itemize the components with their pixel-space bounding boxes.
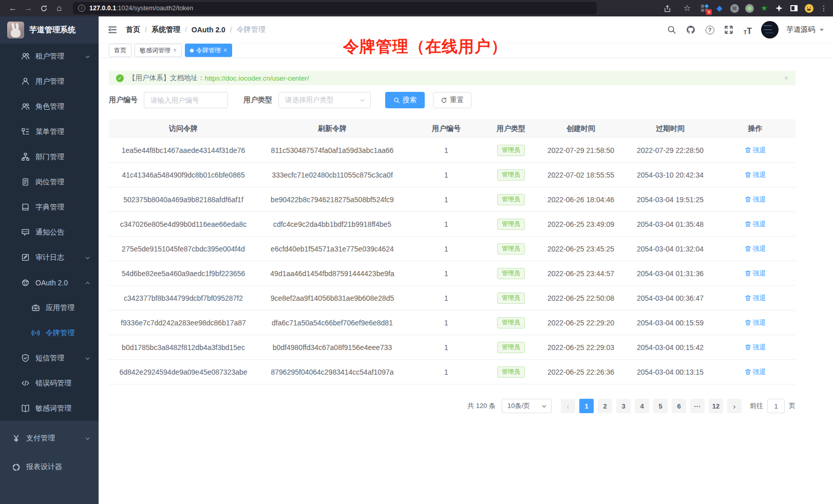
page-button-12[interactable]: 12 [709, 399, 723, 413]
app-title: 芋道管理系统 [29, 25, 75, 35]
trash-icon [745, 369, 751, 375]
tab-token[interactable]: 令牌管理 × [185, 44, 232, 57]
app-logo-row[interactable]: 芋道管理系统 [0, 16, 99, 44]
close-icon[interactable]: × [173, 47, 177, 54]
page-button-5[interactable]: 5 [653, 399, 668, 413]
sidebar-item-dict[interactable]: 字典管理 [0, 195, 99, 220]
goto-page-input[interactable] [767, 399, 785, 413]
action-cell: 强退 [715, 269, 796, 278]
chevron-down-icon [85, 255, 90, 261]
chevron-down-icon[interactable] [820, 29, 824, 31]
force-logout-button[interactable]: 强退 [745, 195, 766, 204]
page-button-3[interactable]: 3 [616, 399, 631, 413]
more-pages-button[interactable]: ··· [690, 399, 705, 413]
briefcase-icon [31, 303, 40, 313]
page-button-4[interactable]: 4 [635, 399, 649, 413]
page-button-2[interactable]: 2 [598, 399, 612, 413]
expire-time-cell: 2054-03-04 00:36:47 [626, 294, 715, 302]
bookmark-star-icon[interactable]: ☆ [679, 4, 695, 12]
alert-doc-link[interactable]: https://doc.iocoder.cn/user-center/ [205, 74, 309, 82]
force-logout-button[interactable]: 强退 [745, 170, 766, 180]
sidebar-item-menu[interactable]: 菜单管理 [0, 119, 99, 144]
page-button-1[interactable]: 1 [579, 399, 594, 413]
sidebar-item-sms[interactable]: 短信管理 [0, 345, 99, 371]
table-row: c342377bf8b344799dcbf7bf095287f29ce8ef2a… [109, 286, 796, 311]
sidebar-item-report-designer[interactable]: 报表设计器 [0, 453, 99, 481]
browser-forward-icon[interactable]: → [21, 4, 36, 12]
force-logout-button[interactable]: 强退 [745, 269, 766, 278]
force-logout-button[interactable]: 强退 [745, 367, 766, 377]
refresh-icon [441, 97, 447, 104]
breadcrumb-home[interactable]: 首页 [126, 25, 140, 34]
sidebar-item-post[interactable]: 岗位管理 [0, 169, 99, 195]
info-icon[interactable]: i [78, 5, 85, 12]
github-icon[interactable] [685, 24, 696, 35]
help-icon[interactable]: ? [704, 24, 715, 35]
share-icon[interactable] [659, 5, 675, 12]
force-logout-button[interactable]: 强退 [745, 146, 766, 155]
extension-gem-icon[interactable]: ◆ [714, 3, 725, 13]
page-size-select[interactable]: 10条/页 [502, 399, 552, 413]
breadcrumb-oauth2[interactable]: OAuth 2.0 [192, 26, 225, 34]
sidebar-item-notice[interactable]: 通知公告 [0, 220, 99, 245]
action-cell: 强退 [715, 146, 796, 155]
alert-close-icon[interactable]: × [784, 74, 788, 82]
url-bar[interactable]: i 127.0.0.1:1024/system/oauth2/token [73, 2, 597, 14]
fullscreen-icon[interactable] [723, 24, 734, 35]
yen-icon [11, 434, 21, 443]
sidebar-item-dept[interactable]: 部门管理 [0, 144, 99, 169]
tab-home[interactable]: 首页 [109, 44, 131, 57]
sidebar-item-audit-log[interactable]: 审计日志 [0, 245, 99, 270]
sidebar-item-oauth2-app[interactable]: 应用管理 [0, 295, 99, 320]
chevron-down-icon [85, 436, 90, 441]
search-button[interactable]: 搜索 [385, 92, 425, 108]
extension-pinwheel-icon[interactable] [774, 3, 784, 13]
browser-reload-icon[interactable] [36, 5, 51, 12]
force-logout-button[interactable]: 强退 [745, 220, 766, 229]
sidebar-item-role[interactable]: 角色管理 [0, 94, 99, 119]
extension-star-icon[interactable]: ★ [759, 3, 769, 13]
extension-command-icon[interactable]: ⌘ [729, 3, 740, 13]
user-id-label: 用户编号 [109, 95, 138, 105]
sidebar-item-sensitive-word[interactable]: 敏感词管理 [0, 396, 99, 421]
profile-avatar-icon[interactable] [804, 3, 814, 13]
refresh-token-cell: 49d1aa46d1454fbd87591444423be9fa [258, 269, 407, 278]
force-logout-button[interactable]: 强退 [745, 244, 766, 254]
browser-home-icon[interactable]: ⌂ [51, 4, 67, 12]
sidebar-collapse-icon[interactable] [107, 25, 118, 35]
browser-back-icon[interactable]: ← [5, 4, 21, 12]
tab-sensitive-word[interactable]: 敏感词管理 × [135, 44, 182, 57]
force-logout-button[interactable]: 强退 [745, 343, 766, 352]
next-page-button[interactable]: › [727, 399, 742, 413]
user-type-select[interactable]: 请选择用户类型 [278, 92, 371, 108]
font-size-icon[interactable]: TT [742, 24, 753, 35]
force-logout-button[interactable]: 强退 [745, 318, 766, 327]
sidebar-item-error-code[interactable]: 错误码管理 [0, 371, 99, 396]
sidebar-item-user[interactable]: 用户管理 [0, 69, 99, 94]
user-name[interactable]: 芋道源码 [786, 25, 815, 34]
oauth-icon [21, 278, 30, 287]
sidebar-item-oauth2[interactable]: OAuth 2.0 [0, 270, 99, 295]
user-type-badge: 管理员 [497, 169, 525, 181]
reset-button[interactable]: 重置 [433, 92, 471, 108]
sidebar-item-tenant[interactable]: 租户管理 [0, 44, 99, 69]
close-icon[interactable]: × [223, 47, 227, 54]
force-logout-button[interactable]: 强退 [745, 294, 766, 303]
trash-icon [745, 221, 751, 227]
sidebar-item-pay[interactable]: 支付管理 [0, 424, 99, 453]
search-icon[interactable] [666, 24, 677, 35]
sidebar-item-oauth2-token[interactable]: 令牌管理 [0, 320, 99, 345]
user-id-input[interactable] [144, 92, 228, 108]
extension-grid-icon[interactable]: 9 [699, 3, 710, 13]
breadcrumb-system[interactable]: 系统管理 [152, 25, 180, 34]
access-token-cell: c347026e805e4d99b0d116eae66eda8c [109, 220, 258, 228]
user-avatar[interactable] [761, 21, 779, 38]
user-id-cell: 1 [407, 294, 486, 302]
trash-icon [745, 245, 751, 252]
browser-menu-icon[interactable]: ⋮ [820, 4, 828, 12]
extension-record-icon[interactable] [744, 3, 754, 13]
trash-icon [745, 147, 751, 153]
prev-page-button[interactable]: ‹ [561, 399, 575, 413]
page-button-6[interactable]: 6 [672, 399, 686, 413]
extension-sidepanel-icon[interactable] [789, 3, 799, 13]
